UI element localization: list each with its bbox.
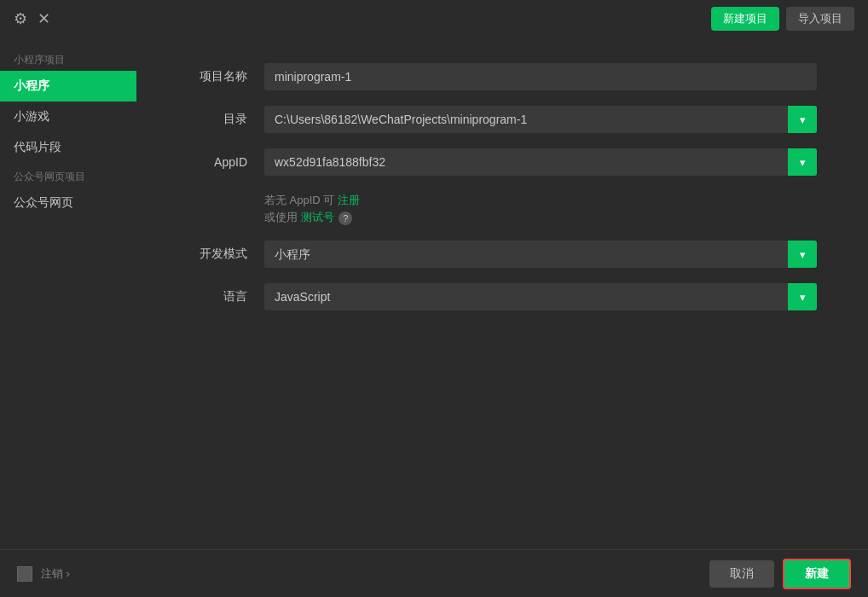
dev-mode-label: 开发模式 [188, 246, 264, 262]
footer-left: 注销 › [17, 566, 70, 582]
hint-question-icon[interactable]: ? [339, 212, 352, 225]
sidebar-item-mini-program[interactable]: 小程序 [0, 71, 136, 101]
language-label: 语言 [188, 289, 264, 304]
hint-text-field: 若无 AppID 可 注册 或使用 测试号 ? [264, 191, 817, 225]
project-name-input[interactable] [264, 63, 817, 90]
titlebar: ⚙ ✕ 新建项目 导入项目 [0, 0, 868, 38]
appid-row: AppID ▾ [188, 148, 817, 176]
footer: 注销 › 取消 新建 [0, 549, 868, 597]
project-name-field [264, 63, 817, 90]
language-select-wrapper: JavaScript TypeScript ▾ [264, 283, 817, 310]
directory-field: ▾ [264, 106, 817, 133]
gear-icon[interactable]: ⚙ [14, 9, 27, 28]
sidebar: 小程序项目 小程序 小游戏 代码片段 公众号网页项目 公众号网页 [0, 38, 136, 549]
hint-prefix: 若无 AppID 可 [264, 194, 338, 206]
hint-no-appid-text: 若无 AppID 可 注册 [264, 193, 817, 208]
create-button[interactable]: 新建 [783, 559, 851, 589]
titlebar-right: 新建项目 导入项目 [711, 7, 854, 31]
project-name-label: 项目名称 [188, 69, 264, 84]
appid-select-wrapper: ▾ [264, 148, 817, 176]
appid-field: ▾ [264, 148, 817, 176]
public-section-label: 公众号网页项目 [0, 163, 136, 188]
hint-row: 若无 AppID 可 注册 或使用 测试号 ? [188, 191, 817, 225]
new-project-button[interactable]: 新建项目 [711, 7, 779, 31]
project-name-row: 项目名称 [188, 63, 817, 90]
directory-label: 目录 [188, 112, 264, 127]
footer-right: 取消 新建 [709, 559, 851, 589]
register-link[interactable]: 注册 [338, 194, 360, 206]
sidebar-item-public-webpage[interactable]: 公众号网页 [0, 188, 136, 218]
language-row: 语言 JavaScript TypeScript ▾ [188, 283, 817, 310]
main-content: 小程序项目 小程序 小游戏 代码片段 公众号网页项目 公众号网页 项目名称 目录 [0, 38, 868, 549]
cancel-button[interactable]: 取消 [709, 560, 774, 588]
directory-select-wrapper: ▾ [264, 106, 817, 133]
appid-label: AppID [188, 155, 264, 169]
titlebar-left: ⚙ ✕ [14, 9, 50, 28]
test-account-link[interactable]: 测试号 [301, 211, 334, 223]
mini-program-section-label: 小程序项目 [0, 46, 136, 71]
directory-input[interactable] [264, 106, 817, 133]
logout-link[interactable]: 注销 › [41, 566, 70, 582]
hint-or-prefix: 或使用 [264, 211, 301, 223]
close-icon[interactable]: ✕ [38, 9, 50, 28]
form-content: 项目名称 目录 ▾ AppID [136, 38, 868, 549]
dev-mode-row: 开发模式 小程序 小游戏 ▾ [188, 241, 817, 268]
import-project-button[interactable]: 导入项目 [786, 7, 854, 31]
language-select[interactable]: JavaScript TypeScript [264, 283, 817, 310]
appid-input[interactable] [264, 148, 817, 176]
hint-or-text: 或使用 测试号 ? [264, 210, 817, 225]
dev-mode-select[interactable]: 小程序 小游戏 [264, 241, 817, 268]
sidebar-item-code-snippet[interactable]: 代码片段 [0, 132, 136, 163]
dev-mode-field: 小程序 小游戏 ▾ [264, 241, 817, 268]
directory-row: 目录 ▾ [188, 106, 817, 133]
dev-mode-select-wrapper: 小程序 小游戏 ▾ [264, 241, 817, 268]
footer-checkbox[interactable] [17, 566, 32, 582]
sidebar-item-mini-game[interactable]: 小游戏 [0, 101, 136, 132]
language-field: JavaScript TypeScript ▾ [264, 283, 817, 310]
